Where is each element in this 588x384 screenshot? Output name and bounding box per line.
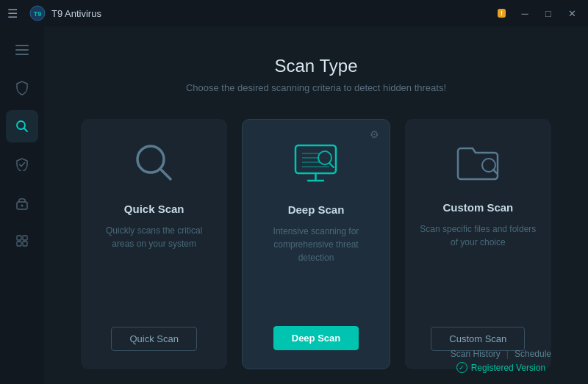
sidebar-item-protection[interactable] (6, 72, 38, 104)
gear-icon[interactable]: ⚙ (370, 128, 379, 140)
svg-rect-2 (15, 45, 29, 46)
custom-scan-title: Custom Scan (442, 201, 513, 214)
deep-scan-title: Deep Scan (288, 203, 345, 216)
registered-badge: ✓ Registered Version (456, 362, 545, 373)
svg-rect-10 (23, 236, 27, 240)
sidebar-item-scan[interactable] (6, 110, 38, 142)
svg-text:T9: T9 (34, 10, 42, 18)
quick-scan-title: Quick Scan (124, 203, 184, 215)
main-layout: Scan Type Choose the desired scanning cr… (0, 26, 588, 384)
page-header: Scan Type Choose the desired scanning cr… (81, 56, 551, 93)
app-logo: T9 (29, 5, 46, 21)
svg-point-8 (21, 204, 24, 206)
restore-button[interactable]: □ (538, 5, 559, 21)
deep-scan-desc: Intensive scanning for comprehensive thr… (257, 225, 374, 311)
custom-scan-icon (455, 141, 501, 186)
check-icon: ✓ (456, 362, 467, 373)
svg-line-6 (24, 128, 28, 132)
svg-rect-9 (17, 236, 21, 240)
footer-divider: | (506, 349, 509, 359)
registered-label: Registered Version (471, 363, 545, 373)
page-subtitle: Choose the desired scanning criteria to … (81, 82, 551, 93)
title-bar-left: ☰ T9 T9 Antivirus (7, 5, 101, 21)
quick-scan-icon (132, 141, 176, 188)
quick-scan-desc: Quickly scans the critical areas on your… (96, 224, 212, 312)
window-controls: ! ─ □ ✕ (498, 5, 582, 21)
close-button[interactable]: ✕ (562, 5, 582, 21)
svg-rect-11 (17, 242, 21, 246)
footer-links: Scan History | Schedule (451, 349, 551, 359)
svg-rect-3 (15, 49, 29, 51)
sidebar-item-grid[interactable] (6, 225, 38, 257)
title-bar: ☰ T9 T9 Antivirus ! ─ □ ✕ (0, 0, 588, 26)
svg-line-14 (160, 169, 171, 179)
deep-scan-button[interactable]: Deep Scan (273, 326, 359, 350)
content-footer: Scan History | Schedule ✓ Registered Ver… (451, 349, 551, 373)
page-title: Scan Type (81, 56, 551, 76)
schedule-link[interactable]: Schedule (514, 349, 551, 359)
content-area: Scan Type Choose the desired scanning cr… (44, 26, 588, 384)
scan-cards-container: Quick Scan Quickly scans the critical ar… (81, 119, 551, 369)
menu-icon[interactable]: ☰ (7, 7, 18, 21)
notification-badge: ! (498, 9, 506, 18)
sidebar-item-check[interactable] (6, 148, 38, 181)
deep-scan-card: ⚙ (242, 119, 390, 369)
sidebar-item-lock[interactable] (6, 186, 38, 219)
sidebar-item-menu[interactable] (6, 34, 38, 66)
quick-scan-button[interactable]: Quick Scan (111, 327, 196, 351)
deep-scan-icon (292, 142, 340, 189)
quick-scan-card: Quick Scan Quickly scans the critical ar… (81, 119, 227, 369)
svg-line-25 (493, 170, 497, 173)
svg-rect-12 (23, 242, 27, 246)
custom-scan-button[interactable]: Custom Scan (431, 327, 525, 351)
minimize-button[interactable]: ─ (514, 5, 535, 21)
sidebar (0, 26, 44, 384)
svg-line-23 (329, 163, 334, 167)
svg-rect-4 (15, 54, 29, 55)
scan-history-link[interactable]: Scan History (451, 349, 501, 359)
app-title: T9 Antivirus (51, 8, 101, 19)
custom-scan-card: Custom Scan Scan specific files and fold… (405, 119, 551, 369)
custom-scan-desc: Scan specific files and folders of your … (420, 222, 537, 312)
